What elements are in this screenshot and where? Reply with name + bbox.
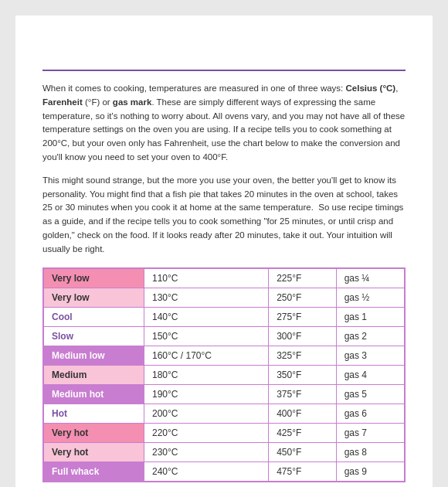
row-fahrenheit-1: 250°F [269, 288, 336, 307]
row-celsius-4: 160°C / 170°C [144, 346, 269, 365]
row-fahrenheit-10: 475°F [269, 461, 336, 481]
row-celsius-2: 140°C [144, 307, 269, 326]
row-gas-1: gas ½ [336, 288, 404, 307]
row-label-1: Very low [44, 288, 144, 307]
intro-paragraph-1: When it comes to cooking, temperatures a… [42, 82, 406, 165]
row-fahrenheit-8: 425°F [269, 423, 336, 442]
title-divider [42, 70, 406, 71]
row-label-2: Cool [44, 307, 144, 326]
page-container: When it comes to cooking, temperatures a… [15, 15, 433, 487]
row-label-3: Slow [44, 326, 144, 346]
table-row: Cool 140°C 275°F gas 1 [44, 307, 405, 326]
table-row: Very hot 220°C 425°F gas 7 [44, 423, 405, 442]
table-row: Very hot 230°C 450°F gas 8 [44, 442, 405, 461]
table-row: Medium 180°C 350°F gas 4 [44, 365, 405, 384]
row-celsius-10: 240°C [144, 461, 269, 481]
row-gas-10: gas 9 [336, 461, 404, 481]
table-row: Very low 110°C 225°F gas ¼ [44, 268, 405, 288]
temperature-table: Very low 110°C 225°F gas ¼ Very low 130°… [42, 267, 406, 482]
row-fahrenheit-0: 225°F [269, 268, 336, 288]
row-gas-6: gas 5 [336, 384, 404, 404]
row-label-6: Medium hot [44, 384, 144, 404]
row-celsius-7: 200°C [144, 404, 269, 423]
row-fahrenheit-6: 375°F [269, 384, 336, 404]
row-gas-4: gas 3 [336, 346, 404, 365]
row-gas-9: gas 8 [336, 442, 404, 461]
table-row: Full whack 240°C 475°F gas 9 [44, 461, 405, 481]
row-fahrenheit-3: 300°F [269, 326, 336, 346]
row-gas-3: gas 2 [336, 326, 404, 346]
row-celsius-1: 130°C [144, 288, 269, 307]
table-row: Slow 150°C 300°F gas 2 [44, 326, 405, 346]
row-celsius-0: 110°C [144, 268, 269, 288]
row-gas-2: gas 1 [336, 307, 404, 326]
row-celsius-8: 220°C [144, 423, 269, 442]
row-label-4: Medium low [44, 346, 144, 365]
table-row: Very low 130°C 250°F gas ½ [44, 288, 405, 307]
row-label-10: Full whack [44, 461, 144, 481]
row-label-0: Very low [44, 268, 144, 288]
row-fahrenheit-4: 325°F [269, 346, 336, 365]
row-gas-8: gas 7 [336, 423, 404, 442]
row-celsius-5: 180°C [144, 365, 269, 384]
table-row: Hot 200°C 400°F gas 6 [44, 404, 405, 423]
row-fahrenheit-9: 450°F [269, 442, 336, 461]
row-gas-0: gas ¼ [336, 268, 404, 288]
row-gas-5: gas 4 [336, 365, 404, 384]
row-label-9: Very hot [44, 442, 144, 461]
row-label-5: Medium [44, 365, 144, 384]
table-row: Medium hot 190°C 375°F gas 5 [44, 384, 405, 404]
row-celsius-9: 230°C [144, 442, 269, 461]
page-title [42, 39, 406, 62]
row-fahrenheit-7: 400°F [269, 404, 336, 423]
row-fahrenheit-2: 275°F [269, 307, 336, 326]
row-gas-7: gas 6 [336, 404, 404, 423]
table-row: Medium low 160°C / 170°C 325°F gas 3 [44, 346, 405, 365]
row-fahrenheit-5: 350°F [269, 365, 336, 384]
row-label-8: Very hot [44, 423, 144, 442]
row-label-7: Hot [44, 404, 144, 423]
row-celsius-6: 190°C [144, 384, 269, 404]
row-celsius-3: 150°C [144, 326, 269, 346]
intro-paragraph-2: This might sound strange, but the more y… [42, 174, 406, 257]
